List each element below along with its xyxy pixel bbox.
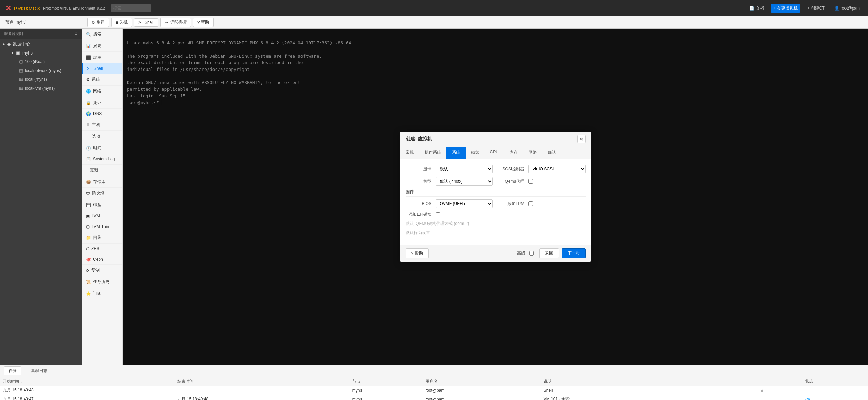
lvm-storage-icon: ▦ xyxy=(19,86,23,91)
sidebar-item-local[interactable]: ▦ local (myhs) xyxy=(16,75,82,84)
sidebar-item-localnetwork[interactable]: ▤ localnetwork (myhs) xyxy=(16,66,82,75)
cell-start: 九月 15 18:49:47 xyxy=(0,395,175,400)
create-vm-button[interactable]: + 创建虚拟机 xyxy=(771,4,800,13)
replication-icon: ⟳ xyxy=(86,268,89,273)
bios-label: BIOS: xyxy=(406,201,433,206)
updates-icon: ↑ xyxy=(86,168,88,173)
sidebar-item-search[interactable]: 🔍 搜索 xyxy=(82,29,122,40)
form-group-display: 显卡: 默认 xyxy=(406,165,493,173)
create-lxc-button[interactable]: + 创建CT xyxy=(805,4,827,13)
tab-os[interactable]: 操作系统 xyxy=(419,147,446,159)
gear-icon[interactable]: ⚙ xyxy=(74,32,78,36)
help-button[interactable]: ? 帮助 xyxy=(193,18,214,27)
sidebar-item-system[interactable]: ⚙ 系统 xyxy=(82,74,122,86)
sidebar-item-dns[interactable]: 🌍 DNS xyxy=(82,109,122,119)
form-group-machine: 机型: 默认 (i440fx) xyxy=(406,177,493,186)
doc-button[interactable]: 📄 文档 xyxy=(747,4,767,13)
sidebar-item-repository[interactable]: 📦 存储库 xyxy=(82,176,122,188)
sidebar-item-subscription[interactable]: ⭐ 订阅 xyxy=(82,288,122,299)
sidebar-item-myhs[interactable]: ▼ ▣ myhs xyxy=(8,49,82,57)
sidebar-item-directory[interactable]: 📁 目录 xyxy=(82,232,122,244)
search-input[interactable] xyxy=(111,4,151,12)
next-button[interactable]: 下一步 xyxy=(562,248,586,258)
tab-general[interactable]: 常规 xyxy=(400,147,419,159)
table-row[interactable]: 九月 15 18:49:47 九月 15 18:49:48 myhs root@… xyxy=(0,395,868,400)
sidebar-item-task-history[interactable]: 📜 任务历史 xyxy=(82,276,122,288)
network-icon: 🌐 xyxy=(86,89,91,94)
sidebar-item-network[interactable]: 🌐 网络 xyxy=(82,86,122,97)
sidebar-item-disks[interactable]: 💾 磁盘 xyxy=(82,199,122,211)
sidebar-item-syslog[interactable]: 📋 System Log xyxy=(82,154,122,165)
tab-confirm[interactable]: 确认 xyxy=(542,147,561,159)
sidebar-item-auth[interactable]: 🔒 凭证 xyxy=(82,97,122,109)
user-icon: 👤 xyxy=(834,6,839,11)
qemu-agent-checkbox[interactable] xyxy=(528,179,533,184)
modal-tabs: 常规 操作系统 系统 磁盘 CPU 内存 xyxy=(400,147,591,159)
sidebar-item-replication[interactable]: ⟳ 复制 xyxy=(82,265,122,276)
shell-button[interactable]: >_ Shell xyxy=(134,18,158,27)
lvm-thin-icon: ▢ xyxy=(86,224,90,229)
cell-status: OK xyxy=(803,395,868,400)
sidebar-item-hostname[interactable]: 🖥 主机 xyxy=(82,119,122,131)
migrate-icon: → xyxy=(165,20,169,25)
machine-type-select[interactable]: 默认 (i440fx) xyxy=(436,177,493,186)
bottom-panel-header: 任务 集群日志 xyxy=(0,365,868,377)
tab-tasks[interactable]: 任务 xyxy=(4,366,21,375)
grayed-label-1: QEMU架构代理方式 (qemu2) xyxy=(416,221,469,226)
sidebar-node-children: ▢ 100 (iKuai) ▤ localnetwork (myhs) ▦ lo… xyxy=(8,57,82,93)
help-button[interactable]: ? 帮助 xyxy=(406,248,429,258)
modal-close-button[interactable]: ✕ xyxy=(577,135,586,143)
tasks-table-header: 开始时间 ↓ 结束时间 节点 用户名 说明 状态 xyxy=(0,377,868,386)
sidebar-item-100[interactable]: ▢ 100 (iKuai) xyxy=(16,57,82,66)
tab-cpu[interactable]: CPU xyxy=(485,147,504,159)
display-card-select[interactable]: 默认 xyxy=(436,165,493,173)
add-efi-label: 添加EFI磁盘: xyxy=(406,212,433,217)
tab-memory[interactable]: 内存 xyxy=(504,147,523,159)
scsi-select[interactable]: VirtIO SCSI xyxy=(528,165,586,173)
sidebar-item-shell[interactable]: >_ Shell xyxy=(82,63,122,74)
modal-footer: ? 帮助 高级 返回 下一步 xyxy=(400,245,591,262)
sidebar-item-ceph[interactable]: 🐙 Ceph xyxy=(82,254,122,265)
tasks-table: 开始时间 ↓ 结束时间 节点 用户名 说明 状态 九月 15 18:49:48 … xyxy=(0,377,868,400)
time-icon: 🕐 xyxy=(86,146,91,151)
storage-icon: ▦ xyxy=(19,77,23,82)
sidebar-item-summary[interactable]: 📊 摘要 xyxy=(82,40,122,52)
tab-network[interactable]: 网络 xyxy=(523,147,542,159)
user-button[interactable]: 👤 root@pam xyxy=(832,4,863,12)
sidebar-item-time[interactable]: 🕐 时间 xyxy=(82,142,122,154)
table-row[interactable]: 九月 15 18:49:48 myhs root@pam Shell 🖥 xyxy=(0,386,868,395)
form-group-bios: BIOS: OVMF (UEFI) xyxy=(406,199,493,208)
tab-cluster-log[interactable]: 集群日志 xyxy=(27,366,52,375)
migrate-button[interactable]: → 迁移机橱 xyxy=(160,18,191,27)
sidebar-item-zfs[interactable]: ⬡ ZFS xyxy=(82,244,122,254)
sidebar-item-options[interactable]: ⋮ 选项 xyxy=(82,131,122,142)
advanced-checkbox[interactable] xyxy=(529,251,534,256)
cell-desc: VM 101 - 销毁 xyxy=(541,395,757,400)
sidebar-item-lvm[interactable]: ▣ LVM xyxy=(82,211,122,221)
cell-start: 九月 15 18:49:48 xyxy=(0,386,175,395)
machine-type-label: 机型: xyxy=(406,179,433,184)
firmware-section-title: 固件 xyxy=(406,189,586,197)
sidebar-item-updates[interactable]: ↑ 更新 xyxy=(82,165,122,176)
bios-select[interactable]: OVMF (UEFI) xyxy=(436,199,493,208)
sidebar-item-firewall[interactable]: 🛡 防火墙 xyxy=(82,188,122,199)
tab-disk[interactable]: 磁盘 xyxy=(466,147,485,159)
tasks-table-body: 九月 15 18:49:48 myhs root@pam Shell 🖥 九月 … xyxy=(0,386,868,400)
tab-system[interactable]: 系统 xyxy=(446,147,466,159)
back-button[interactable]: 返回 xyxy=(539,248,559,258)
sidebar-item-console[interactable]: ⬛ 虚主 xyxy=(82,52,122,63)
sidebar-item-lvm-thin[interactable]: ▢ LVM-Thin xyxy=(82,221,122,232)
add-efi-checkbox[interactable] xyxy=(436,212,440,217)
form-row-efi: 添加EFI磁盘: xyxy=(406,212,586,217)
sidebar-header: 服务器视图 ⚙ xyxy=(0,29,82,39)
system-icon: ⚙ xyxy=(86,77,90,82)
sidebar-item-datacenter[interactable]: ▶ ◈ 数据中心 xyxy=(0,39,82,49)
shutdown-button[interactable]: ■ 关机 xyxy=(111,18,132,27)
sidebar-item-local-lvm[interactable]: ▦ local-lvm (myhs) xyxy=(16,84,82,93)
grayed-label-2: 默认行为设置 xyxy=(406,230,430,235)
refresh-button[interactable]: ↺ 重建 xyxy=(87,18,109,27)
auth-icon: 🔒 xyxy=(86,101,91,105)
cell-status xyxy=(803,386,868,395)
col-start-time[interactable]: 开始时间 ↓ xyxy=(0,377,175,386)
add-tpm-checkbox[interactable] xyxy=(528,201,533,206)
